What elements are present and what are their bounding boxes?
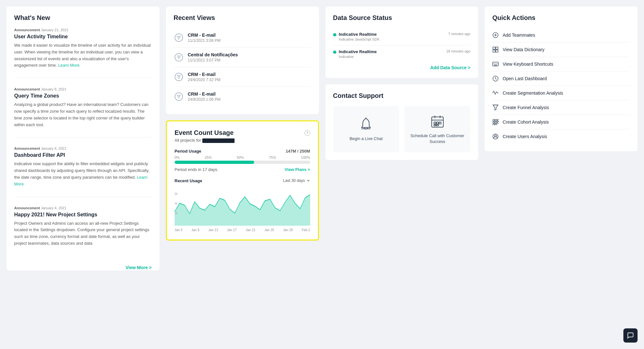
quick-action-item[interactable]: Open Last Dashboard xyxy=(492,71,630,86)
rv-info: CRM - E-mail 11/1/2021 3:08 PM xyxy=(188,33,220,43)
news-tag: Announcement xyxy=(14,146,40,150)
quick-action-item[interactable]: View Keyboard Shortcuts xyxy=(492,57,630,71)
funnel-analysis-icon xyxy=(174,52,184,62)
svg-rect-21 xyxy=(493,47,495,49)
svg-rect-35 xyxy=(495,119,497,121)
ds-time: 7 minutes ago xyxy=(448,32,470,36)
rv-date: 24/9/2020 7:32 PM xyxy=(188,78,220,82)
rv-info: Central de Notificações 11/1/2021 3:07 P… xyxy=(188,52,238,62)
news-body: We made it easier to visualize the timel… xyxy=(14,42,152,69)
quick-action-item[interactable]: View Data Dictionary xyxy=(492,42,630,57)
view-plans-link[interactable]: View Plans > xyxy=(285,167,310,172)
data-source-item: Indicative Realtime Indicative JavaScrip… xyxy=(333,28,471,45)
schedule-call-button[interactable]: Schedule Call with Customer Success xyxy=(404,106,470,152)
news-item: Announcement January 4, 2021 Happy 2021!… xyxy=(14,206,152,256)
quick-actions-title: Quick Actions xyxy=(492,14,630,22)
usage-chart: 6M4M2M xyxy=(175,187,310,226)
svg-rect-40 xyxy=(493,124,495,125)
ds-left: Indicative Realtime Indicative xyxy=(333,49,377,59)
recent-views-list: CRM - E-mail 11/1/2021 3:08 PM Central d… xyxy=(174,28,311,106)
chat-button[interactable] xyxy=(623,328,638,343)
rv-date: 11/1/2021 3:08 PM xyxy=(188,38,220,43)
plus-circle-icon xyxy=(492,32,499,38)
recent-view-item[interactable]: CRM - E-mail 24/9/2020 1:06 PM xyxy=(174,87,311,106)
recent-view-item[interactable]: CRM - E-mail 11/1/2021 3:08 PM xyxy=(174,28,311,48)
recent-view-item[interactable]: CRM - E-mail 24/9/2020 7:32 PM xyxy=(174,67,311,87)
news-meta: Announcement January 8, 2021 xyxy=(14,87,152,91)
schedule-call-label: Schedule Call with Customer Success xyxy=(409,133,465,145)
svg-rect-37 xyxy=(493,122,495,123)
news-body: Analyzing a global product? Have an inte… xyxy=(14,101,152,128)
contact-support-panel: Contact Support Begin a Live Chat xyxy=(325,84,478,160)
news-headline: User Activity Timeline xyxy=(14,34,152,40)
funnel-analysis-icon xyxy=(174,91,184,102)
news-body: Indicative now support the ability to fi… xyxy=(14,161,152,187)
news-date: January 4, 2021 xyxy=(41,206,66,210)
data-source-item: Indicative Realtime Indicative 18 minute… xyxy=(333,45,471,62)
svg-rect-36 xyxy=(497,119,499,121)
grid-icon xyxy=(492,46,499,53)
quick-action-item[interactable]: Create Cohort Analysis xyxy=(492,115,630,129)
quick-action-label: Open Last Dashboard xyxy=(503,76,547,81)
news-meta: Announcement January 4, 2021 xyxy=(14,206,152,210)
news-headline: Happy 2021! New Project Settings xyxy=(14,212,152,218)
quick-action-item[interactable]: Create Segmentation Analysis xyxy=(492,86,630,100)
news-meta: Announcement January 6, 2021 xyxy=(14,146,152,150)
svg-rect-39 xyxy=(497,122,499,123)
live-chat-button[interactable]: Begin a Live Chat xyxy=(333,106,399,152)
quick-action-item[interactable]: Create Users Analysis xyxy=(492,129,630,144)
quick-actions-panel: Quick Actions Add Teammates View Data Di… xyxy=(485,6,638,151)
chart-x-label: Jan 5 xyxy=(175,228,182,232)
ds-info: Indicative Realtime Indicative JavaScrip… xyxy=(339,32,380,41)
news-meta: Announcement January 21, 2021 xyxy=(14,28,152,32)
ds-status-dot xyxy=(333,51,336,54)
svg-rect-24 xyxy=(496,50,498,52)
live-chat-label: Begin a Live Chat xyxy=(350,136,383,142)
funnel-analysis-icon xyxy=(174,33,184,43)
quick-actions-list: Add Teammates View Data Dictionary View … xyxy=(492,28,630,144)
progress-bar-background xyxy=(175,161,310,164)
news-learn-more-link[interactable]: Learn More xyxy=(58,63,80,68)
view-more-link[interactable]: View More > xyxy=(14,265,152,270)
period-ends-row: Period ends in 17 days. View Plans > xyxy=(175,167,310,172)
svg-text:4M: 4M xyxy=(175,202,178,205)
rv-name: CRM - E-mail xyxy=(188,91,220,97)
data-source-panel: Data Source Status Indicative Realtime I… xyxy=(325,6,478,78)
quick-action-item[interactable]: Create Funnel Analysis xyxy=(492,100,630,115)
quick-action-label: Create Cohort Analysis xyxy=(503,119,549,125)
rv-name: CRM - E-mail xyxy=(188,72,220,77)
event-count-info-icon[interactable]: ? xyxy=(304,130,310,136)
news-item: Announcement January 6, 2021 Dashboard F… xyxy=(14,146,152,197)
quick-action-item[interactable]: Add Teammates xyxy=(492,28,630,42)
quick-action-label: View Keyboard Shortcuts xyxy=(503,61,553,67)
news-item: Announcement January 8, 2021 Query Time … xyxy=(14,87,152,137)
rv-date: 11/1/2021 3:07 PM xyxy=(188,58,238,62)
ds-name: Indicative Realtime xyxy=(339,32,380,37)
svg-rect-22 xyxy=(496,47,498,49)
support-grid: Begin a Live Chat Schedu xyxy=(333,106,471,152)
svg-rect-15 xyxy=(439,122,441,124)
keyboard-icon xyxy=(492,61,499,67)
svg-rect-38 xyxy=(495,122,497,123)
dashboard: What's New Announcement January 21, 2021… xyxy=(6,6,638,270)
period-usage-value: 147M / 250M xyxy=(286,149,310,154)
news-date: January 8, 2021 xyxy=(41,87,66,91)
chat-icon xyxy=(627,332,634,339)
news-tag: Announcement xyxy=(14,28,40,32)
chart-x-label: Jan 29 xyxy=(283,228,293,232)
data-source-list: Indicative Realtime Indicative JavaScrip… xyxy=(333,28,471,62)
ds-info: Indicative Realtime Indicative xyxy=(339,49,377,59)
whats-new-panel: What's New Announcement January 21, 2021… xyxy=(6,6,159,270)
recent-view-item[interactable]: Central de Notificações 11/1/2021 3:07 P… xyxy=(174,48,311,67)
svg-marker-32 xyxy=(493,105,498,110)
chart-x-label: Jan 9 xyxy=(191,228,199,232)
ds-time: 18 minutes ago xyxy=(446,49,470,53)
chevron-down-icon xyxy=(306,179,310,183)
news-learn-more-link[interactable]: Learn More xyxy=(14,175,148,186)
quick-action-label: Create Users Analysis xyxy=(503,134,547,139)
quick-action-label: View Data Dictionary xyxy=(503,47,544,52)
news-item: Announcement January 21, 2021 User Activ… xyxy=(14,28,152,78)
add-data-source-link[interactable]: Add Data Source > xyxy=(333,65,471,70)
event-count-subtitle: All projects for xyxy=(175,138,310,143)
funnel-analysis-icon xyxy=(174,72,184,82)
